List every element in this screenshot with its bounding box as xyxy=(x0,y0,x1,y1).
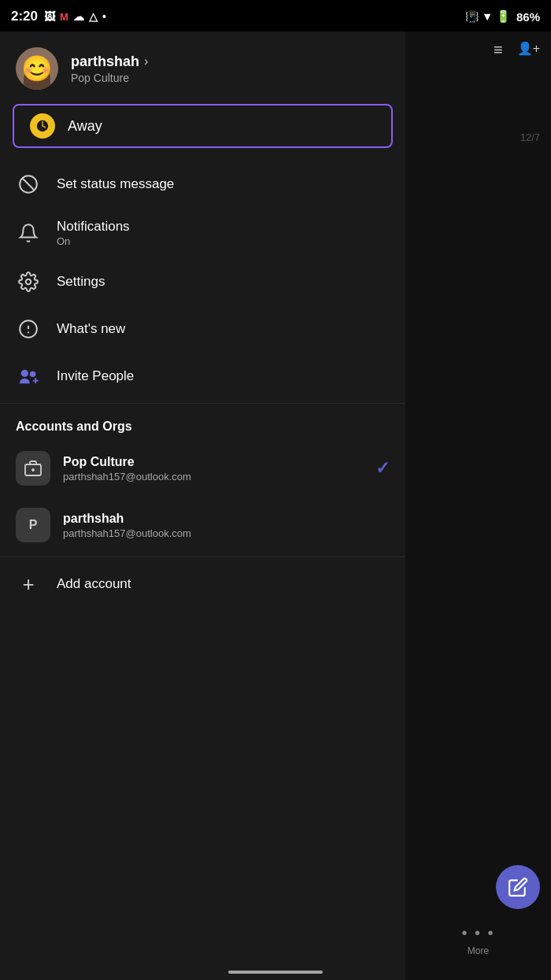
account-item-pop-culture[interactable]: Pop Culture parthshah157@outlook.com ✓ xyxy=(0,440,405,497)
notifications-sublabel: On xyxy=(57,235,130,247)
account-item-parthshah[interactable]: P parthshah parthshah157@outlook.com xyxy=(0,497,405,553)
profile-info: parthshah › Pop Culture xyxy=(71,54,148,84)
drawer-panel: parthshah › Pop Culture Away xyxy=(0,31,405,980)
set-status-text: Set status message xyxy=(57,176,174,192)
avatar xyxy=(16,47,58,90)
menu-item-settings[interactable]: Settings xyxy=(0,258,405,305)
cloud-icon: ☁ xyxy=(73,10,84,23)
whats-new-label: What's new xyxy=(57,321,125,337)
gmail-icon: M xyxy=(60,11,68,23)
dot-icon: • xyxy=(102,10,106,23)
pop-culture-icon xyxy=(16,451,50,486)
settings-icon xyxy=(16,269,41,294)
divider-1 xyxy=(0,403,405,404)
settings-label: Settings xyxy=(57,274,105,290)
right-panel: ≡ 👤+ 12/7 • • • More xyxy=(405,31,551,980)
pop-culture-email: parthshah157@outlook.com xyxy=(63,471,363,483)
profile-chevron: › xyxy=(144,54,148,68)
svg-point-10 xyxy=(21,370,28,377)
right-bottom-nav: • • • More xyxy=(405,924,551,956)
profile-name: parthshah xyxy=(71,54,139,70)
add-account-item[interactable]: + Add account xyxy=(0,560,405,608)
whats-new-icon xyxy=(16,316,41,342)
pop-culture-checkmark: ✓ xyxy=(375,458,390,479)
menu-item-whats-new[interactable]: What's new xyxy=(0,305,405,353)
notifications-label: Notifications xyxy=(57,219,130,235)
parthshah-account-email: parthshah157@outlook.com xyxy=(63,527,390,539)
notifications-icon xyxy=(16,220,41,246)
away-button[interactable]: Away xyxy=(13,104,393,148)
pop-culture-name: Pop Culture xyxy=(63,455,363,469)
vibrate-icon: 📳 xyxy=(465,10,479,23)
compose-button[interactable] xyxy=(496,865,540,909)
home-indicator xyxy=(228,971,323,974)
add-account-label: Add account xyxy=(57,576,131,592)
svg-line-5 xyxy=(22,178,35,190)
pop-culture-info: Pop Culture parthshah157@outlook.com xyxy=(63,455,363,483)
right-top-bar: ≡ 👤+ xyxy=(405,31,551,68)
add-person-icon[interactable]: 👤+ xyxy=(517,41,540,59)
profile-section[interactable]: parthshah › Pop Culture xyxy=(0,31,405,101)
whats-new-text: What's new xyxy=(57,321,125,337)
triangle-icon: △ xyxy=(89,10,98,23)
right-panel-date: 12/7 xyxy=(405,131,551,143)
parthshah-account-info: parthshah parthshah157@outlook.com xyxy=(63,512,390,539)
clock-icon xyxy=(35,119,50,133)
svg-point-6 xyxy=(26,279,31,285)
invite-people-text: Invite People xyxy=(57,368,134,384)
add-account-icon: + xyxy=(16,571,41,597)
more-label[interactable]: More xyxy=(468,945,489,956)
parthshah-icon-letter: P xyxy=(29,518,38,532)
invite-people-icon xyxy=(16,364,41,389)
gallery-icon: 🖼 xyxy=(44,10,55,23)
battery-percent: 86% xyxy=(516,10,540,24)
profile-workspace: Pop Culture xyxy=(71,72,148,84)
settings-text: Settings xyxy=(57,274,105,290)
compose-icon xyxy=(508,877,528,897)
more-dots-icon: • • • xyxy=(461,924,494,942)
time: 2:20 xyxy=(11,9,38,24)
notifications-text: Notifications On xyxy=(57,219,130,247)
away-status-dot xyxy=(30,113,55,139)
away-label: Away xyxy=(68,118,102,135)
set-status-icon xyxy=(16,172,41,197)
divider-2 xyxy=(0,557,405,557)
profile-name-row: parthshah › xyxy=(71,54,148,70)
battery-icon: 🔋 xyxy=(496,9,511,24)
filter-icon[interactable]: ≡ xyxy=(494,41,503,59)
invite-people-label: Invite People xyxy=(57,368,134,384)
accounts-section-header: Accounts and Orgs xyxy=(0,407,405,440)
parthshah-account-icon: P xyxy=(16,508,50,542)
wifi-icon: ▾ xyxy=(484,9,490,24)
menu-item-notifications[interactable]: Notifications On xyxy=(0,208,405,258)
status-bar: 2:20 🖼 M ☁ △ • 📳 ▾ 🔋 86% xyxy=(0,0,551,31)
menu-item-set-status[interactable]: Set status message xyxy=(0,161,405,208)
menu-item-invite-people[interactable]: Invite People xyxy=(0,353,405,400)
set-status-label: Set status message xyxy=(57,176,174,192)
svg-point-11 xyxy=(30,372,35,377)
parthshah-account-name: parthshah xyxy=(63,512,390,526)
